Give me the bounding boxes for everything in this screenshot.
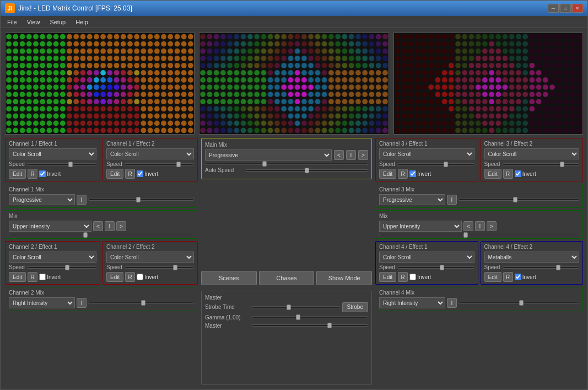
channel3-effect2-speed-slider[interactable] [503, 163, 580, 165]
channel2-mix-label: Channel 2 Mix [9, 290, 194, 296]
channel1-effect2-edit-btn[interactable]: Edit [106, 169, 123, 179]
channel3-effect1-invert-label: Invert [409, 170, 431, 177]
channel3-effect2-select[interactable]: Color Scroll [484, 148, 580, 159]
channel1-effect1-speed-slider[interactable] [27, 163, 96, 165]
channel2-effect2-r-btn[interactable]: R [125, 272, 135, 282]
channel1-mix-btn[interactable]: I [77, 195, 87, 205]
channel4-effect1-speed-slider[interactable] [397, 266, 474, 269]
channel3-effect2-edit-btn[interactable]: Edit [484, 169, 501, 179]
mix3-mid-btn[interactable]: I [475, 221, 485, 231]
channel3-effect1-r-btn[interactable]: R [398, 169, 408, 179]
channel1-effect1-invert-check[interactable] [39, 170, 46, 177]
mix3-right-btn[interactable]: > [487, 221, 497, 231]
channel4-effect1-invert-check[interactable] [409, 274, 416, 280]
strobe-time-slider[interactable] [251, 306, 340, 308]
channel3-effect1-speed-label: Speed [379, 161, 396, 167]
menu-help[interactable]: Help [71, 18, 93, 26]
channel2-effect2-speed-slider[interactable] [125, 266, 194, 269]
mix1-right-btn[interactable]: > [116, 221, 126, 231]
channel2-effect1-r-btn[interactable]: R [28, 272, 37, 282]
mix1-left-btn[interactable]: < [93, 221, 103, 231]
channel1-effect2-invert-check[interactable] [137, 170, 143, 177]
channel1-effect2-speed-label: Speed [106, 161, 123, 167]
channel3-effect2-invert-check[interactable] [515, 170, 521, 177]
auto-speed-slider[interactable] [246, 169, 368, 172]
led-canvas-right [394, 33, 582, 134]
minimize-button[interactable]: ─ [548, 4, 559, 13]
main-mix-mid-btn[interactable]: I [346, 150, 356, 160]
channel4-effect1-speed-label: Speed [379, 264, 396, 270]
channel2-effect1-invert-label: Invert [39, 274, 61, 280]
channel3-effect1-edit-btn[interactable]: Edit [379, 169, 396, 179]
channel2-effect1-edit-btn[interactable]: Edit [9, 272, 26, 282]
main-mix-select[interactable]: Progressive [205, 149, 332, 161]
channel4-mix-select[interactable]: Right Intensity [379, 297, 445, 308]
preview-panel-center [199, 33, 389, 135]
channel3-mix-btn[interactable]: I [447, 195, 457, 205]
channel2-mix-btn[interactable]: I [77, 298, 87, 308]
gamma-slider[interactable] [251, 316, 368, 318]
channel1-effect2-speed-slider[interactable] [125, 163, 194, 165]
channel2-effect2-invert-check[interactable] [137, 274, 143, 280]
channel4-effect1-select[interactable]: Color Scroll [379, 252, 474, 263]
master-fader-slider[interactable] [251, 324, 368, 327]
channel3-effect2-r-btn[interactable]: R [503, 169, 513, 179]
maximize-button[interactable]: □ [560, 4, 571, 13]
channel1-effect1-label: Channel 1 / Effect 1 [9, 141, 96, 147]
channel3-mix-slider[interactable] [458, 199, 579, 201]
mix3-label: Mix [379, 213, 579, 219]
main-mix-right-btn[interactable]: > [358, 150, 368, 160]
channel2-effect1-speed-label: Speed [9, 264, 25, 270]
channel4-mix-slider[interactable] [458, 302, 579, 304]
mix1-slider[interactable] [9, 234, 194, 236]
channel4-mix-btn[interactable]: I [447, 298, 457, 308]
channel2-effect1-invert-check[interactable] [39, 274, 46, 280]
channel1-effect1-edit-btn[interactable]: Edit [9, 169, 26, 179]
channel2-effect2-select[interactable]: Color Scroll [106, 252, 194, 263]
channel4-effect2-edit-btn[interactable]: Edit [484, 272, 501, 282]
mix1-mode-select[interactable]: Upper Intensity Right Intensity [9, 221, 91, 232]
channel2-mix-slider[interactable] [88, 302, 194, 304]
mix3-mode-select[interactable]: Upper Intensity Right Intensity [379, 221, 462, 232]
channel1-mix-slider[interactable] [88, 199, 194, 201]
menu-view[interactable]: View [23, 18, 45, 26]
channel1-effect1-select[interactable]: Color Scroll Metaballs Fire [9, 148, 96, 159]
channel4-effect2-r-btn[interactable]: R [503, 272, 513, 282]
channel1-effect2-select[interactable]: Color Scroll Metaballs [106, 148, 194, 159]
channel1-effect2-box: Channel 1 / Effect 2 Color Scroll Metaba… [103, 138, 198, 181]
channel4-effect2-invert-check[interactable] [515, 274, 521, 280]
mix3-box: Mix Upper Intensity Right Intensity < I … [375, 210, 583, 239]
channel2-effect1-speed-slider[interactable] [27, 266, 96, 269]
mix1-mid-btn[interactable]: I [105, 221, 115, 231]
channel4-effect1-box: Channel 4 / Effect 1 Color Scroll Speed [375, 241, 478, 285]
mix1-label: Mix [9, 213, 194, 219]
channel1-effect1-r-btn[interactable]: R [28, 169, 37, 179]
preview-panel-right [393, 33, 583, 135]
menu-setup[interactable]: Setup [45, 18, 70, 26]
main-mix-left-btn[interactable]: < [334, 150, 344, 160]
channel1-mix-select[interactable]: Progressive Upper Intensity [9, 194, 75, 205]
channel1-effect2-r-btn[interactable]: R [125, 169, 135, 179]
channel4-effect1-r-btn[interactable]: R [398, 272, 408, 282]
channel3-effect1-invert-check[interactable] [409, 170, 416, 177]
channel3-effect1-speed-slider[interactable] [397, 163, 474, 165]
show-mode-btn[interactable]: Show Mode [316, 271, 372, 285]
main-mix-slider[interactable] [205, 163, 368, 165]
channel4-effect2-select[interactable]: Metaballs Color Scroll [484, 252, 580, 263]
channel4-effect2-speed-slider[interactable] [503, 266, 580, 269]
chases-btn[interactable]: Chases [259, 271, 315, 285]
channel2-effect1-select[interactable]: Color Scroll [9, 252, 96, 263]
scenes-btn[interactable]: Scenes [201, 271, 257, 285]
mix3-slider[interactable] [379, 234, 579, 236]
strobe-btn[interactable]: Strobe [342, 302, 368, 312]
channel2-effect2-edit-btn[interactable]: Edit [106, 272, 123, 282]
channel3-mix-select[interactable]: Progressive [379, 194, 445, 205]
channel3-effect1-select[interactable]: Color Scroll [379, 148, 474, 159]
channel4-effect1-edit-btn[interactable]: Edit [379, 272, 396, 282]
window-controls: ─ □ ✕ [548, 4, 583, 13]
channel2-mix-select[interactable]: Right Intensity [9, 297, 75, 308]
mix3-left-btn[interactable]: < [463, 221, 473, 231]
close-button[interactable]: ✕ [572, 4, 583, 13]
menu-file[interactable]: File [3, 18, 21, 26]
master-section: Master Strobe Time Strobe Gamma (1.00) [201, 291, 372, 386]
